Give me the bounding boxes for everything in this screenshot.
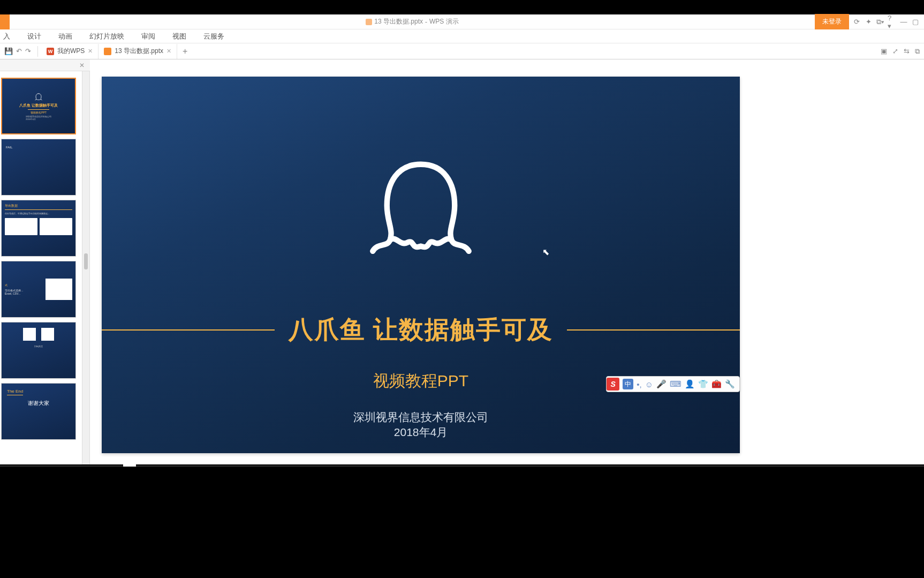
slide-thumb-5[interactable]: 扫码关注 [1, 322, 76, 379]
app-menu-button[interactable] [0, 14, 10, 29]
ime-voice-icon[interactable]: 🎤 [656, 379, 667, 389]
save-icon[interactable]: 💾 [4, 47, 13, 55]
thumb-boxes [5, 218, 72, 235]
ime-user-icon[interactable]: 👤 [685, 379, 695, 389]
menubar: 入 设计 动画 幻灯片放映 审阅 视图 云服务 [0, 29, 924, 43]
menu-review[interactable]: 审阅 [133, 29, 164, 43]
window-title: 13 导出数据.pptx - WPS 演示 [10, 17, 815, 26]
thumb-header: 导出数据 [5, 204, 72, 210]
video-progress-thumb[interactable] [123, 464, 136, 467]
octopus-logo-icon [359, 149, 482, 272]
titlebar: 13 导出数据.pptx - WPS 演示 未登录 ⟳ ✦ ⧉▾ ? ▾ — ▢ [0, 14, 924, 29]
thumb-thankyou: 谢谢大家 [7, 400, 70, 407]
thumb-body-text: 任务完成后，可通过数据导出功能将采集数据... [5, 212, 72, 215]
thumbnail-panel-header: ✕ [0, 59, 90, 71]
menu-slideshow[interactable]: 幻灯片放映 [81, 29, 133, 43]
tools-icon[interactable]: ⇆ [904, 47, 910, 56]
tab-document-label: 13 导出数据.pptx [115, 47, 163, 56]
ime-keyboard-icon[interactable]: ⌨ [670, 379, 681, 389]
thumb-body-text: 导出格式选择...Excel, CSV... [5, 289, 42, 295]
video-bottom-letterbox [0, 464, 924, 578]
skin-icon[interactable]: ✦ [864, 18, 873, 26]
present-icon[interactable]: ▣ [881, 47, 887, 56]
thumb-subtitle: 视频教程PPT [31, 111, 47, 114]
thumb-box [46, 279, 72, 300]
thumb-footer: 扫码关注 [34, 345, 43, 348]
ime-toolbar[interactable]: S 中 •, ☺ 🎤 ⌨ 👤 👕 🧰 🔧 [606, 376, 740, 392]
qr-code-icon [41, 328, 54, 341]
slide-title-row: 八爪鱼 让数据触手可及 [102, 313, 740, 347]
slide-thumb-3[interactable]: 导出数据 任务完成后，可通过数据导出功能将采集数据... [1, 200, 76, 257]
qr-code-icon [23, 328, 36, 341]
close-icon[interactable]: ✕ [88, 48, 93, 55]
ime-lang-button[interactable]: 中 [623, 379, 633, 389]
thumb-text: FAIL [6, 146, 71, 149]
ribbon-toggle-icon[interactable]: ⧉▾ [876, 18, 884, 26]
undo-icon[interactable]: ↶ [16, 47, 22, 55]
sogou-logo-icon[interactable]: S [607, 378, 619, 391]
slide-thumb-4[interactable]: 式 导出格式选择...Excel, CSV... [1, 261, 76, 318]
ime-emoji-icon[interactable]: ☺ [645, 380, 653, 389]
video-top-letterbox [0, 0, 924, 14]
tab-mywps[interactable]: W 我的WPS ✕ [41, 44, 99, 59]
login-button[interactable]: 未登录 [815, 14, 849, 29]
thumb-header: 式 [5, 283, 42, 287]
ime-toolbox-icon[interactable]: 🧰 [711, 379, 722, 389]
file-icon [366, 19, 372, 25]
title-line-right [567, 329, 740, 331]
slide-company[interactable]: 深圳视界信息技术有限公司 [102, 410, 740, 425]
app-name: WPS 演示 [429, 17, 459, 26]
thumb-left: 式 导出格式选择...Excel, CSV... [5, 283, 42, 295]
slide-canvas[interactable]: 八爪鱼 让数据触手可及 视频教程PPT 深圳视界信息技术有限公司 2018年4月… [102, 77, 740, 453]
more-icon[interactable]: ⧉ [915, 47, 920, 56]
menu-insert[interactable]: 入 [0, 29, 19, 43]
separator [37, 46, 38, 57]
tab-document[interactable]: 13 导出数据.pptx ✕ [99, 44, 177, 59]
divider [28, 109, 49, 110]
slide-thumb-6[interactable]: The End 谢谢大家 [1, 383, 76, 440]
tab-mywps-label: 我的WPS [57, 47, 85, 56]
close-icon[interactable]: ✕ [166, 48, 171, 55]
panel-close-icon[interactable]: ✕ [77, 62, 87, 69]
thumb-footer: 深圳视界信息技术有限公司2018年4月 [26, 115, 51, 121]
add-tab-button[interactable]: + [177, 47, 193, 56]
qr-row [23, 328, 54, 341]
ime-settings-icon[interactable]: 🔧 [725, 379, 735, 389]
title-line-left [102, 329, 275, 331]
document-tab-row: 💾 ↶ ↷ W 我的WPS ✕ 13 导出数据.pptx ✕ + ▣ ⤢ ⇆ ⧉ [0, 43, 924, 59]
slide-thumb-2[interactable]: FAIL [1, 139, 76, 196]
help-icon[interactable]: ? ▾ [888, 18, 896, 26]
slide-date[interactable]: 2018年4月 [102, 425, 740, 440]
minimize-icon[interactable]: — [899, 18, 908, 26]
maximize-icon[interactable]: ▢ [911, 18, 920, 26]
slide-thumb-1[interactable]: 八爪鱼 让数据触手可及 视频教程PPT 深圳视界信息技术有限公司2018年4月 [1, 78, 76, 134]
ime-skin-icon[interactable]: 👕 [698, 379, 708, 389]
collapse-icon[interactable]: ⤢ [892, 47, 898, 56]
title-separator: - [425, 18, 427, 26]
ppt-file-icon [104, 48, 111, 55]
menu-design[interactable]: 设计 [19, 29, 50, 43]
wps-logo-icon: W [47, 48, 54, 55]
octopus-icon [34, 92, 43, 102]
menu-cloud[interactable]: 云服务 [195, 29, 233, 43]
toolrow-right: ▣ ⤢ ⇆ ⧉ [881, 47, 920, 56]
menu-view[interactable]: 视图 [164, 29, 195, 43]
mouse-cursor-icon: ⬉ [542, 247, 549, 257]
sync-icon[interactable]: ⟳ [852, 18, 861, 26]
document-name: 13 导出数据.pptx [374, 17, 423, 26]
quick-access-toolbar: 💾 ↶ ↷ [1, 47, 34, 55]
menu-animation[interactable]: 动画 [50, 29, 81, 43]
thumb-title: 八爪鱼 让数据触手可及 [19, 103, 58, 108]
titlebar-right: 未登录 ⟳ ✦ ⧉▾ ? ▾ — ▢ [815, 14, 924, 29]
ime-punct-icon[interactable]: •, [637, 380, 641, 389]
redo-icon[interactable]: ↷ [25, 47, 31, 55]
thumb-end-label: The End [7, 389, 23, 395]
scrollbar-thumb[interactable] [84, 253, 88, 269]
video-progress-track[interactable] [0, 466, 924, 467]
slide-title[interactable]: 八爪鱼 让数据触手可及 [289, 313, 554, 347]
